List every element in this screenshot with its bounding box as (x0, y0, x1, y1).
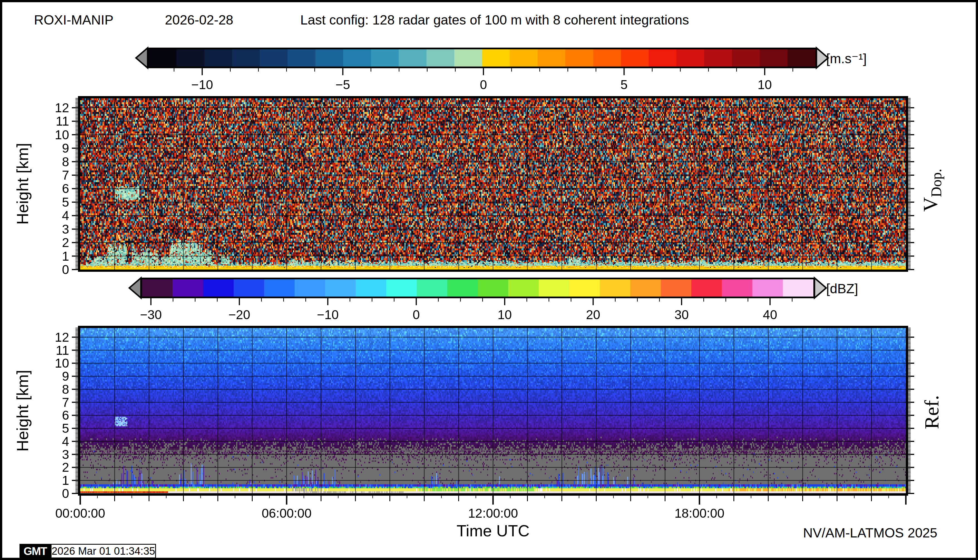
reflectivity-y-tick-label: 2 (62, 460, 69, 475)
doppler-y-tick-label: 10 (55, 127, 69, 142)
velocity-colorbar-tick-label: −10 (191, 77, 213, 92)
reflectivity-colorbar-tick-label: −20 (229, 307, 250, 322)
reflectivity-y-tick-label: 9 (62, 369, 69, 384)
reflectivity-y-tick-label: 0 (62, 486, 69, 501)
reflectivity-colorbar-tick-label: 40 (763, 307, 777, 322)
time-tick-label: 06:00:00 (262, 506, 311, 521)
velocity-colorbar-tick-label: 0 (480, 77, 487, 92)
velocity-colorbar-tick-label: 10 (758, 77, 772, 92)
doppler-y-tick-label: 11 (56, 113, 69, 128)
reflectivity-y-tick-label: 4 (62, 434, 69, 449)
reflectivity-y-tick-label: 10 (55, 356, 69, 371)
time-tick-label: 12:00:00 (468, 506, 518, 521)
doppler-y-tick-label: 3 (62, 222, 69, 237)
doppler-y-tick-label: 0 (62, 262, 69, 277)
reflectivity-y-tick-label: 6 (62, 408, 69, 423)
doppler-y-tick-label: 5 (62, 195, 69, 210)
reflectivity-y-tick-label: 11 (56, 343, 69, 358)
doppler-y-tick-label: 1 (62, 249, 69, 264)
doppler-y-tick-label: 8 (62, 154, 69, 169)
reflectivity-y-tick-label: 3 (62, 447, 69, 462)
doppler-y-tick-label: 4 (62, 208, 69, 223)
doppler-y-tick-label: 6 (62, 181, 69, 196)
doppler-y-tick-label: 7 (62, 168, 69, 183)
reflectivity-colorbar-tick-label: 20 (586, 307, 600, 322)
reflectivity-y-tick-label: 12 (55, 330, 69, 345)
reflectivity-y-tick-label: 1 (62, 473, 69, 488)
reflectivity-colorbar-tick-label: −10 (317, 307, 339, 322)
time-tick-label: 00:00:00 (55, 506, 105, 521)
gmt-logo: GMT (20, 544, 51, 558)
reflectivity-colorbar-tick-label: 30 (674, 307, 689, 322)
time-tick-label: 18:00:00 (674, 506, 724, 521)
velocity-colorbar-tick-label: −5 (335, 77, 350, 92)
reflectivity-y-tick-label: 8 (62, 382, 69, 397)
tick-labels-layer: −10−50510−30−20−100102030400123456789101… (0, 0, 978, 560)
reflectivity-colorbar-tick-label: −30 (140, 307, 162, 322)
reflectivity-y-tick-label: 7 (62, 395, 69, 410)
reflectivity-colorbar-tick-label: 10 (497, 307, 512, 322)
reflectivity-colorbar-tick-label: 0 (413, 307, 420, 322)
doppler-y-tick-label: 2 (62, 235, 69, 250)
doppler-y-tick-label: 9 (62, 141, 69, 156)
reflectivity-y-tick-label: 5 (62, 421, 69, 436)
doppler-y-tick-label: 12 (55, 100, 69, 115)
velocity-colorbar-tick-label: 5 (621, 77, 628, 92)
gmt-timestamp: 2026 Mar 01 01:34:35 (51, 544, 156, 558)
